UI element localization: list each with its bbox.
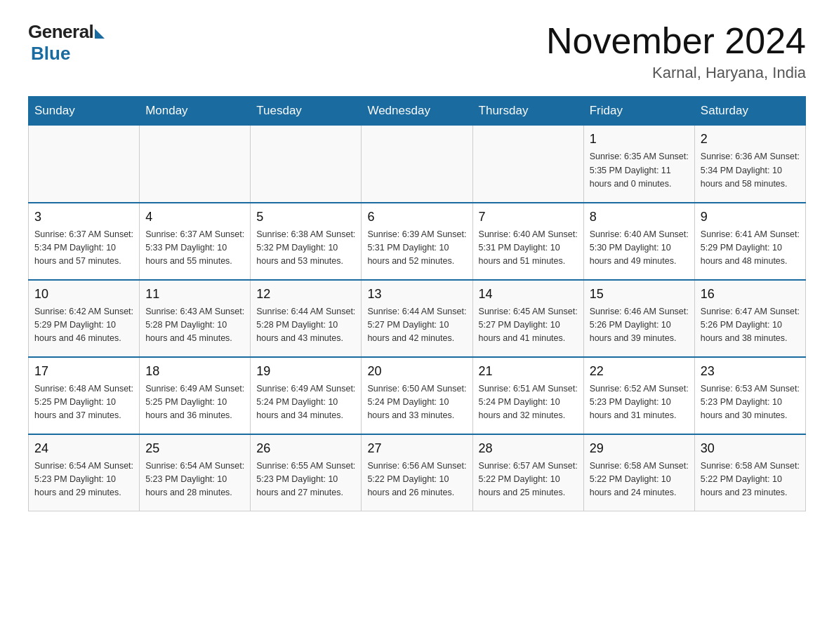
day-info: Sunrise: 6:49 AM Sunset: 5:24 PM Dayligh… [256,382,355,423]
calendar-day-cell: 29Sunrise: 6:58 AM Sunset: 5:22 PM Dayli… [583,434,694,511]
day-number: 29 [590,439,689,458]
calendar-day-cell [362,126,472,203]
weekday-header-row: Sunday Monday Tuesday Wednesday Thursday… [29,97,806,126]
calendar-day-cell: 17Sunrise: 6:48 AM Sunset: 5:25 PM Dayli… [29,357,140,434]
day-number: 18 [145,362,244,381]
day-info: Sunrise: 6:47 AM Sunset: 5:26 PM Dayligh… [701,305,800,346]
logo-general-text: General [28,21,93,43]
calendar-day-cell: 26Sunrise: 6:55 AM Sunset: 5:23 PM Dayli… [251,434,362,511]
calendar-day-cell: 7Sunrise: 6:40 AM Sunset: 5:31 PM Daylig… [472,203,583,280]
header-thursday: Thursday [472,97,583,126]
header-tuesday: Tuesday [251,97,362,126]
day-info: Sunrise: 6:45 AM Sunset: 5:27 PM Dayligh… [479,305,578,346]
day-number: 19 [256,362,355,381]
calendar-week-row: 1Sunrise: 6:35 AM Sunset: 5:35 PM Daylig… [29,126,806,203]
calendar-day-cell: 25Sunrise: 6:54 AM Sunset: 5:23 PM Dayli… [140,434,251,511]
header-wednesday: Wednesday [362,97,472,126]
day-number: 1 [590,130,689,149]
day-info: Sunrise: 6:58 AM Sunset: 5:22 PM Dayligh… [590,459,689,500]
calendar-day-cell: 19Sunrise: 6:49 AM Sunset: 5:24 PM Dayli… [251,357,362,434]
day-info: Sunrise: 6:49 AM Sunset: 5:25 PM Dayligh… [145,382,244,423]
calendar-day-cell [251,126,362,203]
calendar-week-row: 3Sunrise: 6:37 AM Sunset: 5:34 PM Daylig… [29,203,806,280]
day-info: Sunrise: 6:40 AM Sunset: 5:30 PM Dayligh… [590,228,689,269]
day-number: 26 [256,439,355,458]
day-number: 5 [256,208,355,227]
calendar-day-cell: 30Sunrise: 6:58 AM Sunset: 5:22 PM Dayli… [694,434,805,511]
calendar-week-row: 24Sunrise: 6:54 AM Sunset: 5:23 PM Dayli… [29,434,806,511]
calendar-day-cell [472,126,583,203]
day-info: Sunrise: 6:44 AM Sunset: 5:28 PM Dayligh… [256,305,355,346]
day-number: 14 [479,285,578,304]
day-info: Sunrise: 6:51 AM Sunset: 5:24 PM Dayligh… [479,382,578,423]
day-number: 3 [34,208,133,227]
day-info: Sunrise: 6:46 AM Sunset: 5:26 PM Dayligh… [590,305,689,346]
day-info: Sunrise: 6:54 AM Sunset: 5:23 PM Dayligh… [34,459,133,500]
header-saturday: Saturday [694,97,805,126]
day-info: Sunrise: 6:54 AM Sunset: 5:23 PM Dayligh… [145,459,244,500]
day-info: Sunrise: 6:40 AM Sunset: 5:31 PM Dayligh… [479,228,578,269]
day-number: 27 [367,439,466,458]
calendar-day-cell: 24Sunrise: 6:54 AM Sunset: 5:23 PM Dayli… [29,434,140,511]
day-number: 10 [34,285,133,304]
day-info: Sunrise: 6:48 AM Sunset: 5:25 PM Dayligh… [34,382,133,423]
day-info: Sunrise: 6:38 AM Sunset: 5:32 PM Dayligh… [256,228,355,269]
day-number: 9 [701,208,800,227]
day-info: Sunrise: 6:53 AM Sunset: 5:23 PM Dayligh… [701,382,800,423]
calendar-day-cell: 18Sunrise: 6:49 AM Sunset: 5:25 PM Dayli… [140,357,251,434]
day-number: 17 [34,362,133,381]
day-info: Sunrise: 6:58 AM Sunset: 5:22 PM Dayligh… [701,459,800,500]
day-number: 4 [145,208,244,227]
day-number: 30 [701,439,800,458]
day-number: 22 [590,362,689,381]
calendar-day-cell: 11Sunrise: 6:43 AM Sunset: 5:28 PM Dayli… [140,280,251,357]
day-number: 20 [367,362,466,381]
calendar-day-cell: 6Sunrise: 6:39 AM Sunset: 5:31 PM Daylig… [362,203,472,280]
day-info: Sunrise: 6:57 AM Sunset: 5:22 PM Dayligh… [479,459,578,500]
day-number: 12 [256,285,355,304]
calendar-day-cell: 28Sunrise: 6:57 AM Sunset: 5:22 PM Dayli… [472,434,583,511]
calendar-week-row: 17Sunrise: 6:48 AM Sunset: 5:25 PM Dayli… [29,357,806,434]
calendar-week-row: 10Sunrise: 6:42 AM Sunset: 5:29 PM Dayli… [29,280,806,357]
day-info: Sunrise: 6:35 AM Sunset: 5:35 PM Dayligh… [590,150,689,191]
calendar-day-cell: 12Sunrise: 6:44 AM Sunset: 5:28 PM Dayli… [251,280,362,357]
calendar-day-cell: 5Sunrise: 6:38 AM Sunset: 5:32 PM Daylig… [251,203,362,280]
day-number: 28 [479,439,578,458]
calendar-day-cell: 2Sunrise: 6:36 AM Sunset: 5:34 PM Daylig… [694,126,805,203]
calendar-title: November 2024 [546,21,806,61]
day-number: 11 [145,285,244,304]
calendar-day-cell: 15Sunrise: 6:46 AM Sunset: 5:26 PM Dayli… [583,280,694,357]
day-number: 21 [479,362,578,381]
day-info: Sunrise: 6:56 AM Sunset: 5:22 PM Dayligh… [367,459,466,500]
calendar-day-cell: 10Sunrise: 6:42 AM Sunset: 5:29 PM Dayli… [29,280,140,357]
day-number: 7 [479,208,578,227]
calendar-day-cell: 20Sunrise: 6:50 AM Sunset: 5:24 PM Dayli… [362,357,472,434]
calendar-subtitle: Karnal, Haryana, India [546,64,806,82]
calendar-day-cell: 1Sunrise: 6:35 AM Sunset: 5:35 PM Daylig… [583,126,694,203]
logo-triangle-icon [95,29,105,39]
day-info: Sunrise: 6:36 AM Sunset: 5:34 PM Dayligh… [701,150,800,191]
day-number: 13 [367,285,466,304]
day-info: Sunrise: 6:43 AM Sunset: 5:28 PM Dayligh… [145,305,244,346]
calendar-day-cell: 3Sunrise: 6:37 AM Sunset: 5:34 PM Daylig… [29,203,140,280]
day-info: Sunrise: 6:41 AM Sunset: 5:29 PM Dayligh… [701,228,800,269]
calendar-day-cell [140,126,251,203]
calendar-day-cell: 22Sunrise: 6:52 AM Sunset: 5:23 PM Dayli… [583,357,694,434]
calendar-day-cell: 21Sunrise: 6:51 AM Sunset: 5:24 PM Dayli… [472,357,583,434]
day-number: 8 [590,208,689,227]
day-number: 6 [367,208,466,227]
logo-blue-text: Blue [31,43,70,65]
calendar-day-cell: 16Sunrise: 6:47 AM Sunset: 5:26 PM Dayli… [694,280,805,357]
calendar-day-cell [29,126,140,203]
calendar-day-cell: 8Sunrise: 6:40 AM Sunset: 5:30 PM Daylig… [583,203,694,280]
day-info: Sunrise: 6:42 AM Sunset: 5:29 PM Dayligh… [34,305,133,346]
day-number: 15 [590,285,689,304]
day-info: Sunrise: 6:37 AM Sunset: 5:33 PM Dayligh… [145,228,244,269]
calendar-day-cell: 13Sunrise: 6:44 AM Sunset: 5:27 PM Dayli… [362,280,472,357]
logo: General Blue [28,21,105,65]
calendar-day-cell: 4Sunrise: 6:37 AM Sunset: 5:33 PM Daylig… [140,203,251,280]
day-number: 24 [34,439,133,458]
day-number: 23 [701,362,800,381]
calendar-day-cell: 27Sunrise: 6:56 AM Sunset: 5:22 PM Dayli… [362,434,472,511]
day-number: 25 [145,439,244,458]
